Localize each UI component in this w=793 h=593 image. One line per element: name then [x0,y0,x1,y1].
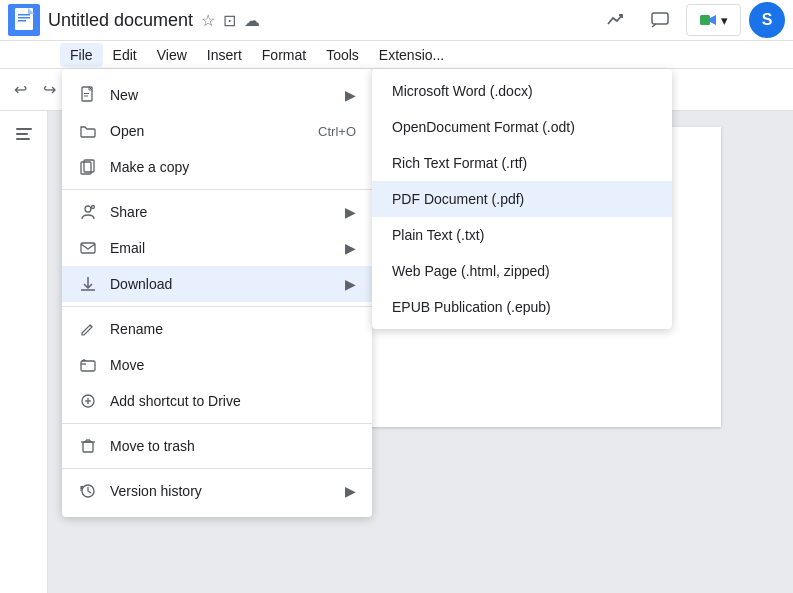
submenu-item-rtf[interactable]: Rich Text Format (.rtf) [372,145,672,181]
cloud-status-icon: ☁ [244,11,260,30]
file-menu-section-4: Move to trash [62,424,372,469]
svg-rect-3 [18,17,30,19]
svg-rect-13 [84,93,89,94]
left-sidebar [0,111,48,593]
file-menu-section-2: Share ▶ Email ▶ [62,190,372,307]
svg-rect-24 [81,361,95,371]
menu-item-add-shortcut[interactable]: Add shortcut to Drive [62,383,372,419]
version-history-icon [78,481,98,501]
shortcut-icon [78,391,98,411]
download-submenu: Microsoft Word (.docx) OpenDocument Form… [372,69,672,329]
user-avatar-button[interactable]: S [749,2,785,38]
txt-label: Plain Text (.txt) [392,227,484,243]
menu-item-edit[interactable]: Edit [103,43,147,67]
copy-icon [78,157,98,177]
menu-item-make-copy[interactable]: Make a copy [62,149,372,185]
svg-marker-8 [710,15,716,25]
version-history-label: Version history [110,483,333,499]
menu-item-trash[interactable]: Move to trash [62,428,372,464]
menu-item-file[interactable]: File [60,43,103,67]
share-item-label: Share [110,204,333,220]
menu-item-view[interactable]: View [147,43,197,67]
download-item-arrow: ▶ [345,276,356,292]
submenu-item-txt[interactable]: Plain Text (.txt) [372,217,672,253]
svg-rect-11 [16,138,30,140]
menu-item-extensions[interactable]: Extensio... [369,43,454,67]
svg-rect-2 [18,14,30,16]
menu-item-tools[interactable]: Tools [316,43,369,67]
menu-item-insert[interactable]: Insert [197,43,252,67]
menu-item-open[interactable]: Open Ctrl+O [62,113,372,149]
redo-button[interactable]: ↪ [37,76,62,103]
top-bar: Untitled document ☆ ⊡ ☁ ▾ S [0,0,793,41]
rtf-label: Rich Text Format (.rtf) [392,155,527,171]
file-menu: New ▶ Open Ctrl+O Mak [62,69,372,517]
trash-item-label: Move to trash [110,438,356,454]
menu-item-move[interactable]: Move [62,347,372,383]
svg-rect-16 [84,160,94,172]
add-shortcut-label: Add shortcut to Drive [110,393,356,409]
menu-item-format[interactable]: Format [252,43,316,67]
comments-icon [650,10,670,30]
document-title[interactable]: Untitled document [48,10,193,31]
file-menu-section-3: Rename Move [62,307,372,424]
menu-item-download[interactable]: Download ▶ [62,266,372,302]
analytics-icon [606,10,626,30]
new-doc-icon [78,85,98,105]
menu-item-new[interactable]: New ▶ [62,77,372,113]
menu-item-email[interactable]: Email ▶ [62,230,372,266]
download-item-label: Download [110,276,333,292]
rename-icon [78,319,98,339]
submenu-item-html[interactable]: Web Page (.html, zipped) [372,253,672,289]
svg-rect-7 [700,15,710,25]
submenu-item-docx[interactable]: Microsoft Word (.docx) [372,73,672,109]
submenu-item-pdf[interactable]: PDF Document (.pdf) [372,181,672,217]
svg-point-17 [85,206,91,212]
menu-item-rename[interactable]: Rename [62,311,372,347]
trash-icon [78,436,98,456]
undo-button[interactable]: ↩ [8,76,33,103]
submenu-item-epub[interactable]: EPUB Publication (.epub) [372,289,672,325]
file-menu-section-1: New ▶ Open Ctrl+O Mak [62,73,372,190]
meet-button[interactable]: ▾ [686,4,741,36]
new-item-arrow: ▶ [345,87,356,103]
open-item-shortcut: Ctrl+O [318,124,356,139]
share-item-arrow: ▶ [345,204,356,220]
docx-label: Microsoft Word (.docx) [392,83,533,99]
email-icon [78,238,98,258]
html-label: Web Page (.html, zipped) [392,263,550,279]
odt-label: OpenDocument Format (.odt) [392,119,575,135]
svg-rect-4 [18,20,26,22]
comments-icon-btn[interactable] [642,2,678,38]
meet-icon [699,11,717,29]
svg-rect-9 [16,128,32,130]
pdf-label: PDF Document (.pdf) [392,191,524,207]
analytics-icon-btn[interactable] [598,2,634,38]
submenu-item-odt[interactable]: OpenDocument Format (.odt) [372,109,672,145]
svg-rect-10 [16,133,28,135]
top-bar-right: ▾ S [598,2,785,38]
make-copy-label: Make a copy [110,159,356,175]
svg-rect-28 [83,442,93,452]
move-icon [78,355,98,375]
star-icon[interactable]: ☆ [201,11,215,30]
title-icons: ☆ ⊡ ☁ [201,11,260,30]
download-icon [78,274,98,294]
open-icon [78,121,98,141]
email-item-label: Email [110,240,333,256]
share-icon [78,202,98,222]
drive-save-icon[interactable]: ⊡ [223,11,236,30]
menu-item-version-history[interactable]: Version history ▶ [62,473,372,509]
open-item-label: Open [110,123,306,139]
version-history-arrow: ▶ [345,483,356,499]
email-item-arrow: ▶ [345,240,356,256]
rename-item-label: Rename [110,321,356,337]
sidebar-outline-icon[interactable] [8,119,40,151]
move-item-label: Move [110,357,356,373]
google-docs-icon [8,4,40,36]
menu-item-share[interactable]: Share ▶ [62,194,372,230]
menu-bar: File Edit View Insert Format Tools Exten… [0,41,793,69]
new-item-label: New [110,87,333,103]
epub-label: EPUB Publication (.epub) [392,299,551,315]
svg-rect-14 [84,96,88,97]
